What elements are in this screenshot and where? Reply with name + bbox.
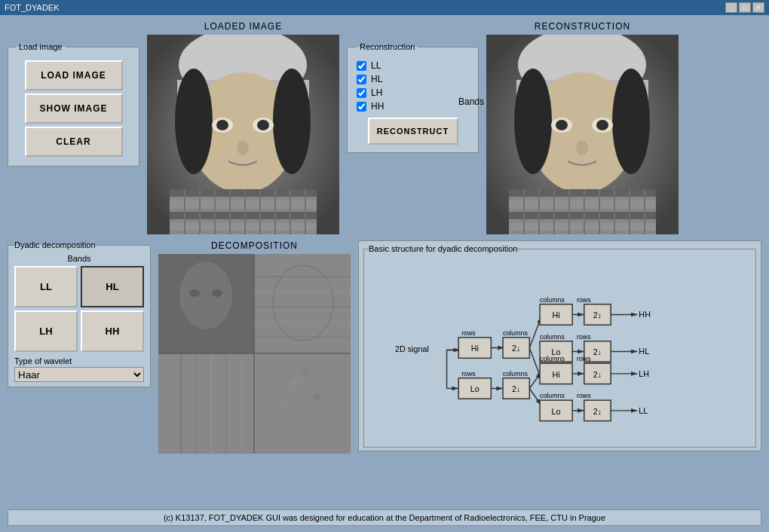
reconstruction-legend: Reconstruction — [357, 42, 418, 51]
svg-point-9 — [216, 120, 228, 130]
svg-text:rows: rows — [577, 333, 591, 341]
svg-text:2↓: 2↓ — [593, 407, 602, 416]
svg-point-71 — [290, 378, 298, 386]
main-content: Load image LOAD IMAGE SHOW IMAGE CLEAR L… — [0, 15, 769, 460]
svg-text:Lo: Lo — [552, 407, 561, 416]
svg-point-31 — [514, 69, 552, 174]
title-bar-buttons: _ □ × — [725, 2, 764, 13]
svg-text:columns: columns — [540, 392, 565, 399]
reconstruction-panel: Reconstruction LL HL LH — [347, 42, 479, 153]
svg-text:2↓: 2↓ — [593, 310, 602, 320]
svg-point-56 — [212, 289, 222, 297]
loaded-image-display — [147, 35, 339, 234]
top-row: Load image LOAD IMAGE SHOW IMAGE CLEAR L… — [8, 21, 761, 234]
svg-text:2↓: 2↓ — [593, 370, 602, 379]
svg-text:columns: columns — [503, 329, 528, 337]
svg-point-55 — [189, 289, 200, 297]
show-image-button[interactable]: SHOW IMAGE — [25, 93, 123, 124]
svg-text:columns: columns — [540, 355, 565, 362]
wavelet-type-label: Type of wavelet Haar Daubechies Symlets … — [14, 356, 144, 382]
reconstruction-section: Reconstruction LL HL LH — [347, 21, 679, 234]
svg-point-54 — [179, 261, 232, 329]
svg-text:rows: rows — [577, 296, 591, 304]
checkbox-hl-row: HL — [357, 74, 469, 84]
checkbox-lh-label: LH — [371, 87, 382, 98]
checkbox-hl[interactable] — [357, 75, 366, 84]
checkbox-hh[interactable] — [357, 102, 366, 112]
maximize-button[interactable]: □ — [739, 2, 751, 13]
svg-text:rows: rows — [577, 355, 591, 362]
reconstruction-image-svg — [486, 35, 679, 234]
svg-text:HL: HL — [639, 347, 649, 356]
dyadic-bands-title: Bands — [14, 254, 144, 263]
svg-text:Hi: Hi — [553, 310, 560, 320]
bottom-row: Dyadic decomposition Bands LL HL LH HH T… — [8, 240, 761, 454]
decomposition-label: DECOMPOSITION — [211, 240, 298, 251]
svg-rect-13 — [170, 189, 317, 197]
svg-point-6 — [273, 69, 311, 174]
svg-text:LH: LH — [639, 369, 649, 378]
svg-text:Lo: Lo — [470, 384, 479, 393]
wavelet-select[interactable]: Haar Daubechies Symlets Coiflets — [14, 367, 144, 382]
checkbox-lh-row: LH — [357, 87, 469, 98]
checkbox-ll[interactable] — [357, 61, 366, 71]
checkbox-ll-label: LL — [371, 60, 381, 71]
svg-text:2↓: 2↓ — [593, 347, 602, 356]
svg-point-72 — [314, 394, 320, 400]
loaded-image-label: LOADED IMAGE — [204, 21, 282, 32]
svg-text:HH: HH — [639, 310, 651, 319]
dyadic-panel-wrapper: Dyadic decomposition Bands LL HL LH HH T… — [8, 240, 151, 387]
svg-point-11 — [237, 140, 249, 155]
load-image-button[interactable]: LOAD IMAGE — [25, 60, 123, 90]
svg-text:2↓: 2↓ — [512, 344, 520, 353]
svg-point-36 — [596, 120, 608, 130]
svg-text:columns: columns — [540, 296, 565, 304]
load-image-legend: Load image — [16, 42, 66, 51]
band-hl-button[interactable]: HL — [81, 266, 144, 307]
svg-text:rows: rows — [461, 370, 476, 378]
diagram-area: .box { fill: #d4d0c8; stroke: #333; stro… — [369, 258, 751, 442]
reconstruction-image-display — [486, 35, 679, 234]
svg-text:columns: columns — [503, 370, 528, 378]
svg-text:columns: columns — [540, 333, 565, 341]
footer-text: (c) K13137, FOT_DYADEK GUI was designed … — [164, 513, 605, 522]
svg-text:rows: rows — [461, 329, 476, 337]
reconstruct-button[interactable]: RECONSTRUCT — [368, 118, 458, 145]
svg-point-32 — [612, 69, 650, 174]
svg-point-10 — [257, 120, 269, 130]
svg-rect-39 — [509, 189, 656, 197]
bands-grid: LL HL LH HH — [14, 266, 144, 352]
svg-rect-57 — [255, 254, 351, 353]
close-button[interactable]: × — [752, 2, 764, 13]
band-hh-button[interactable]: HH — [81, 310, 144, 352]
decomposition-container: DECOMPOSITION — [158, 240, 351, 454]
checkbox-ll-row: LL — [357, 60, 469, 71]
clear-button[interactable]: CLEAR — [25, 127, 123, 157]
title-bar: FOT_DYADEK _ □ × — [0, 0, 769, 15]
minimize-button[interactable]: _ — [725, 2, 737, 13]
svg-text:2↓: 2↓ — [512, 384, 520, 393]
band-ll-button[interactable]: LL — [14, 266, 78, 307]
svg-text:LL: LL — [639, 406, 648, 415]
dyadic-legend: Dyadic decomposition — [14, 240, 96, 249]
reconstruction-image-container: RECONSTRUCTION — [486, 21, 679, 234]
load-image-panel: Load image LOAD IMAGE SHOW IMAGE CLEAR — [8, 21, 139, 167]
svg-rect-42 — [509, 223, 656, 231]
footer: (c) K13137, FOT_DYADEK GUI was designed … — [8, 509, 761, 526]
svg-point-73 — [284, 402, 289, 407]
checkbox-lh[interactable] — [357, 88, 366, 98]
svg-text:Hi: Hi — [471, 344, 479, 353]
svg-point-74 — [301, 366, 310, 375]
svg-rect-40 — [509, 200, 656, 208]
svg-text:Hi: Hi — [553, 370, 560, 379]
band-lh-button[interactable]: LH — [14, 310, 78, 352]
2d-signal-text: 2D signal — [395, 344, 429, 353]
structure-diagram-svg: .box { fill: #d4d0c8; stroke: #333; stro… — [369, 258, 751, 442]
loaded-image-svg — [147, 35, 339, 234]
title-bar-text: FOT_DYADEK — [5, 3, 60, 12]
structure-legend: Basic structure for dyadic decomposition — [369, 244, 517, 253]
structure-panel: Basic structure for dyadic decomposition… — [358, 240, 761, 451]
svg-rect-16 — [170, 223, 317, 231]
svg-rect-58 — [158, 354, 254, 454]
svg-rect-14 — [170, 200, 317, 208]
